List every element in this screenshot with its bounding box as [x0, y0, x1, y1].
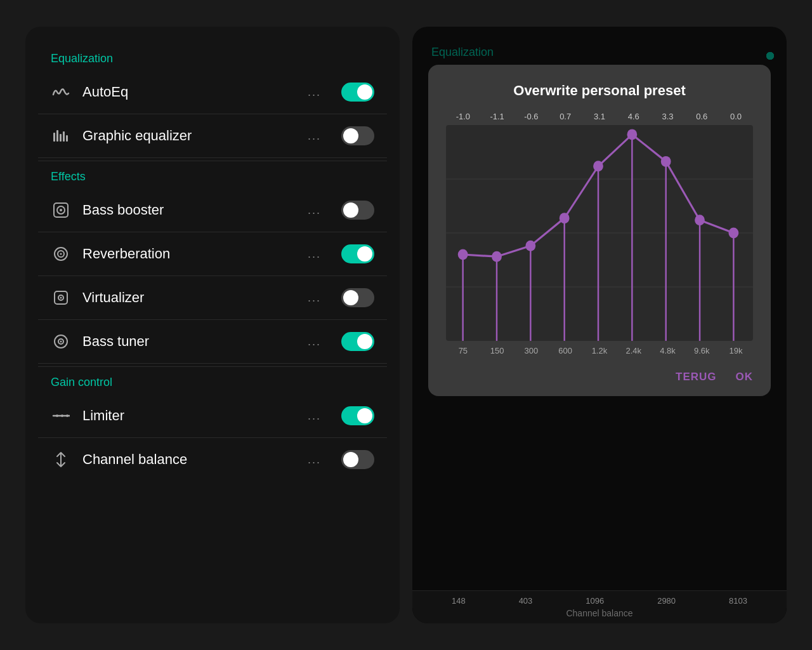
limiter-item: Limiter ...	[38, 394, 387, 438]
graphic-eq-label: Graphic equalizer	[82, 128, 296, 144]
svg-rect-4	[66, 135, 68, 142]
gain-section-label: Gain control	[38, 369, 387, 394]
limiter-dots[interactable]: ...	[308, 409, 321, 423]
reverberation-toggle[interactable]	[341, 244, 374, 263]
overwrite-modal: Overwrite personal preset -1.0 -1.1 -0.6…	[428, 65, 771, 396]
svg-point-33	[458, 249, 468, 260]
autoeq-dots[interactable]: ...	[308, 86, 321, 99]
reverberation-icon	[51, 244, 71, 264]
equalization-section-label: Equalization	[38, 46, 387, 70]
limiter-label: Limiter	[82, 408, 296, 424]
eq-val-4: 3.1	[585, 112, 614, 121]
eq-val-8: 0.0	[721, 112, 750, 121]
svg-point-40	[695, 215, 705, 225]
left-panel: Equalization AutoEq ...	[25, 27, 400, 623]
reverberation-item: Reverberation ...	[38, 232, 387, 276]
limiter-toggle[interactable]	[341, 406, 374, 425]
svg-point-35	[525, 241, 535, 251]
channel-balance-dots[interactable]: ...	[308, 453, 321, 467]
channel-balance-toggle[interactable]	[341, 450, 374, 469]
freq-19k: 19k	[721, 346, 750, 355]
svg-point-41	[728, 228, 738, 239]
graphic-eq-dots[interactable]: ...	[308, 129, 321, 143]
svg-point-17	[56, 415, 58, 417]
svg-point-38	[627, 129, 637, 140]
autoeq-toggle[interactable]	[341, 83, 374, 102]
svg-point-37	[593, 161, 603, 171]
freq-4k8: 4.8k	[653, 346, 682, 355]
bottom-freq-403: 403	[519, 596, 533, 606]
bottom-freq-8103: 8103	[729, 596, 747, 606]
svg-point-7	[60, 209, 62, 211]
bass-booster-label: Bass booster	[82, 202, 296, 218]
bass-booster-toggle[interactable]	[341, 201, 374, 220]
bass-tuner-item: Bass tuner ...	[38, 320, 387, 364]
freq-9k6: 9.6k	[687, 346, 716, 355]
eq-chart	[446, 125, 753, 341]
svg-point-13	[60, 297, 62, 299]
svg-rect-0	[53, 133, 55, 142]
limiter-icon	[51, 406, 71, 426]
virtualizer-item: Virtualizer ...	[38, 276, 387, 320]
svg-rect-1	[56, 130, 58, 142]
eq-val-3: 0.7	[551, 112, 580, 121]
virtualizer-label: Virtualizer	[82, 289, 296, 306]
autoeq-item: AutoEq ...	[38, 70, 387, 114]
graphic-eq-item: Graphic equalizer ...	[38, 114, 387, 158]
bottom-bar: 148 403 1096 2980 8103 Channel balance	[412, 590, 787, 623]
freq-600: 600	[551, 346, 580, 355]
modal-actions: TERUG OK	[446, 364, 753, 383]
confirm-button[interactable]: OK	[736, 371, 754, 383]
gain-divider	[38, 366, 387, 367]
eq-val-0: -1.0	[449, 112, 478, 121]
svg-point-19	[66, 415, 69, 417]
autoeq-label: AutoEq	[82, 84, 296, 100]
modal-title: Overwrite personal preset	[446, 83, 753, 99]
effects-section-label: Effects	[38, 164, 387, 189]
eq-val-5: 4.6	[619, 112, 648, 121]
bass-booster-dots[interactable]: ...	[308, 204, 321, 217]
modal-overlay: Overwrite personal preset -1.0 -1.1 -0.6…	[412, 27, 787, 623]
eq-freq-row: 75 150 300 600 1.2k 2.4k 4.8k 9.6k 19k	[446, 346, 753, 355]
channel-balance-item: Channel balance ...	[38, 438, 387, 481]
svg-point-18	[61, 415, 63, 417]
bottom-freq-1096: 1096	[586, 596, 604, 606]
cancel-button[interactable]: TERUG	[676, 371, 717, 383]
bass-tuner-label: Bass tuner	[82, 333, 296, 350]
channel-balance-bottom-label: Channel balance	[425, 608, 774, 618]
graphic-eq-icon	[51, 126, 71, 146]
svg-point-34	[492, 251, 502, 262]
eq-val-2: -0.6	[516, 112, 546, 121]
autoeq-icon	[51, 82, 71, 102]
graphic-eq-toggle[interactable]	[341, 126, 374, 145]
virtualizer-toggle[interactable]	[341, 288, 374, 307]
freq-75: 75	[449, 346, 478, 355]
svg-point-36	[560, 213, 570, 223]
bass-booster-item: Bass booster ...	[38, 189, 387, 232]
eq-svg	[446, 125, 753, 341]
svg-rect-3	[63, 131, 65, 142]
svg-point-16	[60, 341, 62, 343]
bass-booster-icon	[51, 200, 71, 220]
eq-values-row: -1.0 -1.1 -0.6 0.7 3.1 4.6 3.3 0.6 0.0	[446, 112, 753, 121]
svg-point-10	[60, 253, 62, 255]
freq-150: 150	[483, 346, 512, 355]
effects-divider	[38, 161, 387, 161]
bottom-freq-labels: 148 403 1096 2980 8103	[425, 596, 774, 606]
reverberation-label: Reverberation	[82, 246, 296, 262]
channel-balance-label: Channel balance	[82, 451, 296, 468]
freq-2k4: 2.4k	[619, 346, 648, 355]
freq-1k2: 1.2k	[585, 346, 614, 355]
eq-val-1: -1.1	[483, 112, 512, 121]
virtualizer-dots[interactable]: ...	[308, 291, 321, 305]
virtualizer-icon	[51, 288, 71, 308]
eq-val-6: 3.3	[653, 112, 682, 121]
bass-tuner-dots[interactable]: ...	[308, 335, 321, 348]
svg-point-39	[661, 156, 671, 167]
channel-balance-icon	[51, 449, 71, 470]
bottom-freq-2980: 2980	[657, 596, 676, 606]
eq-val-7: 0.6	[687, 112, 716, 121]
reverberation-dots[interactable]: ...	[308, 248, 321, 261]
bass-tuner-toggle[interactable]	[341, 332, 374, 351]
bass-tuner-icon	[51, 331, 71, 352]
